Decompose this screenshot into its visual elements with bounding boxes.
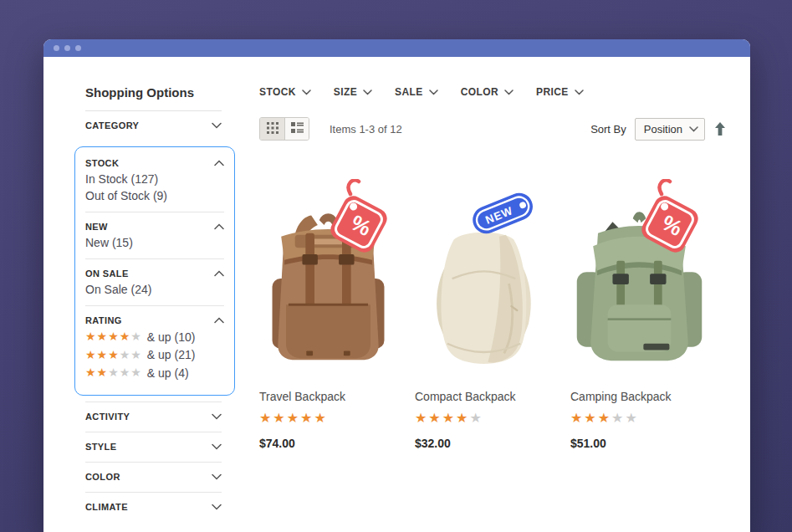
filter-chip-size[interactable]: SIZE [334, 86, 372, 98]
chevron-down-icon [212, 443, 222, 450]
star-icon: ★ [85, 365, 96, 381]
chevron-down-icon [212, 504, 222, 510]
filter-section-style: STYLE [85, 432, 222, 462]
filter-section-header[interactable]: ACTIVITY [85, 409, 222, 424]
filter-section-header[interactable]: NEW [85, 219, 224, 234]
product-rating: ★★★★★ [570, 409, 726, 427]
filter-section-new: NEW New (15) [85, 212, 224, 258]
window-control-dot[interactable] [75, 45, 81, 51]
product-image-link[interactable]: % NEW [259, 182, 397, 381]
product-image-link[interactable]: % NEW [570, 182, 708, 381]
star-icon: ★ [287, 409, 299, 427]
chevron-down-icon [429, 90, 438, 95]
star-icon: ★ [584, 409, 595, 427]
filter-chip-label: COLOR [461, 86, 498, 98]
filter-section-header[interactable]: ON SALE [85, 266, 224, 281]
filter-option-in-stock[interactable]: In Stock (127) [85, 171, 224, 187]
filter-section-category: CATEGORY [85, 111, 222, 141]
sorter: Sort By Position [590, 118, 726, 141]
list-view-button[interactable] [284, 118, 309, 140]
filter-section-label: ACTIVITY [85, 412, 130, 422]
filter-option-out-of-stock[interactable]: Out of Stock (9) [85, 187, 224, 204]
filter-chip-label: PRICE [536, 86, 569, 98]
filter-section-header[interactable]: COLOR [85, 469, 222, 484]
product-list-area: STOCK SIZE SALE COLOR PRICE [259, 57, 750, 532]
sidebar-title: Shopping Options [85, 85, 222, 111]
filter-chip-label: STOCK [259, 86, 296, 98]
shopping-options-sidebar: Shopping Options CATEGORY STOCK In Stock… [43, 57, 259, 532]
new-tag-icon: NEW [465, 187, 542, 240]
star-icon: ★ [456, 409, 468, 427]
filter-chip-color[interactable]: COLOR [461, 86, 514, 98]
product-name-link[interactable]: Compact Backpack [415, 390, 570, 403]
rating-filter-option-3-stars[interactable]: ★★★★★& up (21) [85, 346, 224, 365]
filter-section-header[interactable]: STYLE [85, 439, 222, 454]
filter-section-activity: ACTIVITY [85, 402, 222, 432]
grid-view-button[interactable] [260, 118, 284, 140]
star-icon: ★ [273, 409, 284, 427]
filter-options: New (15) [85, 234, 224, 251]
filter-section-label: ON SALE [85, 269, 129, 279]
star-icon: ★ [130, 329, 141, 345]
product-image-link[interactable]: % NEW [415, 182, 553, 381]
star-icon: ★ [120, 365, 130, 381]
star-icon: ★ [108, 365, 119, 381]
chevron-up-icon [214, 223, 224, 230]
toolbar: Items 1-3 of 12 Sort By Position [259, 117, 726, 141]
star-icon: ★ [300, 409, 312, 427]
chevron-down-icon [302, 90, 311, 95]
horizontal-filter-bar: STOCK SIZE SALE COLOR PRICE [259, 86, 726, 98]
filter-section-label: NEW [85, 222, 108, 232]
star-icon: ★ [314, 409, 325, 427]
star-icon: ★ [108, 329, 119, 345]
sort-by-label: Sort By [590, 123, 626, 136]
active-filters-highlight-box: STOCK In Stock (127)Out of Stock (9) NEW… [74, 146, 235, 396]
window-control-dot[interactable] [64, 45, 70, 51]
filter-section-header[interactable]: CLIMATE [85, 499, 222, 514]
product-rating: ★★★★★ [259, 409, 415, 427]
filter-section-color: COLOR [85, 462, 222, 492]
window-titlebar [43, 39, 750, 57]
star-icon: ★ [97, 347, 108, 364]
filter-section-header[interactable]: CATEGORY [85, 118, 222, 133]
sale-discount-tag-icon: % [319, 179, 396, 258]
star-icon: ★ [442, 409, 454, 427]
filter-chip-price[interactable]: PRICE [536, 86, 584, 98]
page-content: Shopping Options CATEGORY STOCK In Stock… [43, 57, 750, 532]
filter-options: ★★★★★& up (10)★★★★★& up (21)★★★★★& up (4… [85, 328, 224, 382]
product-price: $51.00 [570, 437, 726, 450]
rating-filter-option-4-stars[interactable]: ★★★★★& up (10) [85, 328, 224, 346]
grid-view-icon [267, 122, 278, 136]
rating-label: & up (10) [147, 330, 196, 344]
filter-section-label: CLIMATE [85, 502, 128, 512]
product-name-link[interactable]: Travel Backpack [259, 390, 415, 403]
product-name-link[interactable]: Camping Backpack [570, 390, 726, 403]
filter-section-rating: RATING ★★★★★& up (10)★★★★★& up (21)★★★★★… [85, 305, 224, 390]
rating-label: & up (21) [147, 348, 196, 361]
product-card-camping-backpack: % NEW Camping Backpack ★★★★★ $51.00 [570, 182, 726, 450]
chevron-down-icon [212, 413, 222, 420]
chevron-up-icon [214, 160, 224, 166]
star-icon: ★ [130, 347, 141, 364]
window-control-dot[interactable] [54, 45, 59, 51]
filter-option-new[interactable]: New (15) [85, 234, 224, 251]
filter-chip-stock[interactable]: STOCK [259, 86, 311, 98]
sort-direction-button[interactable] [714, 122, 726, 136]
star-icon: ★ [130, 365, 141, 381]
filter-section-label: COLOR [85, 472, 120, 482]
filter-section-header[interactable]: RATING [85, 313, 224, 328]
filter-option-on-sale[interactable]: On Sale (24) [85, 281, 224, 298]
rating-filter-option-2-stars[interactable]: ★★★★★& up (4) [85, 364, 224, 382]
list-view-icon [291, 122, 304, 136]
items-count: Items 1-3 of 12 [330, 123, 402, 136]
view-mode-switch [259, 117, 309, 141]
sort-by-select[interactable]: Position [635, 118, 705, 141]
filter-section-header[interactable]: STOCK [85, 156, 224, 171]
filter-section-on-sale: ON SALE On Sale (24) [85, 258, 224, 305]
star-icon: ★ [469, 409, 481, 427]
chevron-down-icon [575, 90, 584, 95]
filter-section-label: STOCK [85, 158, 119, 168]
filter-chip-sale[interactable]: SALE [395, 86, 438, 98]
sort-by-value: Position [644, 123, 682, 136]
product-price: $32.00 [415, 437, 570, 450]
